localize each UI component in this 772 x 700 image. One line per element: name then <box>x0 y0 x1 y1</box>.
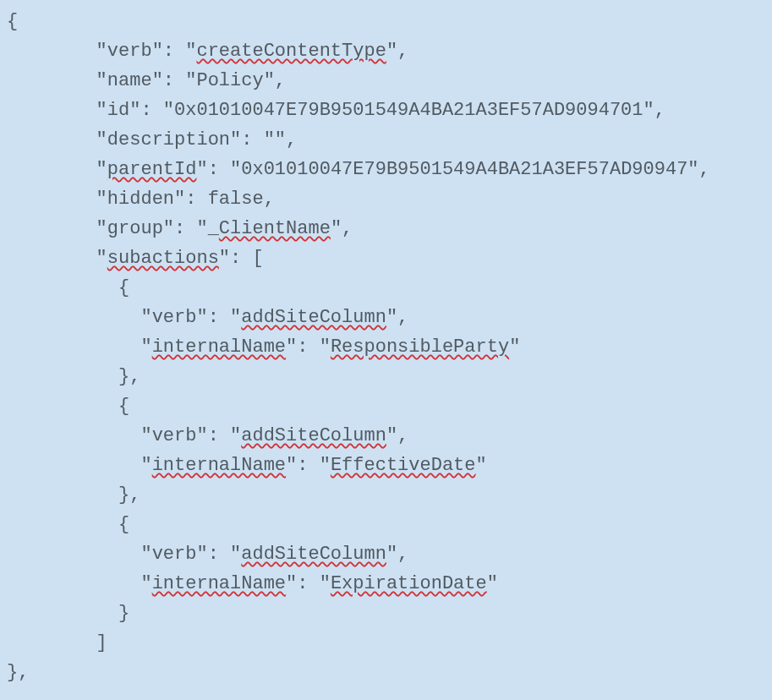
sub2-open: { <box>7 396 129 417</box>
sub3-iname: "internalName": "ExpirationDate" <box>7 573 498 594</box>
sub1-verb: "verb": "addSiteColumn", <box>7 307 408 328</box>
sub3-iname-key: internalName <box>152 573 286 594</box>
subactions-key: subactions <box>107 248 219 269</box>
sub3-open: { <box>7 514 129 535</box>
line-group: "group": "_ClientName", <box>7 218 353 239</box>
sub2-iname-key: internalName <box>152 455 286 476</box>
sub1-close: }, <box>7 366 140 387</box>
sub1-iname: "internalName": "ResponsibleParty" <box>7 336 520 358</box>
line-verb: "verb": "createContentType", <box>7 41 408 62</box>
sub2-verb: "verb": "addSiteColumn", <box>7 425 408 446</box>
line-name: "name": "Policy", <box>7 70 286 91</box>
brace-close: }, <box>7 662 29 683</box>
line-parentid: "parentId": "0x01010047E79B9501549A4BA21… <box>7 159 710 180</box>
sub3-verb-value: addSiteColumn <box>241 544 386 565</box>
line-id: "id": "0x01010047E79B9501549A4BA21A3EF57… <box>7 100 665 121</box>
sub3-close: } <box>7 603 129 624</box>
verb-value: createContentType <box>196 41 386 62</box>
sub1-iname-value: ResponsibleParty <box>331 336 509 358</box>
parentid-key: parentId <box>107 159 197 180</box>
line-subactions: "subactions": [ <box>7 248 264 269</box>
sub2-verb-value: addSiteColumn <box>241 425 386 446</box>
sub1-open: { <box>7 277 129 298</box>
sub2-close: }, <box>7 484 140 506</box>
line-description: "description": "", <box>7 129 297 150</box>
sub2-iname: "internalName": "EffectiveDate" <box>7 455 487 476</box>
sub2-iname-value: EffectiveDate <box>331 455 476 476</box>
group-value: ClientName <box>219 218 331 239</box>
json-code-block: { "verb": "createContentType", "name": "… <box>0 0 772 687</box>
sub3-verb: "verb": "addSiteColumn", <box>7 544 408 565</box>
line-hidden: "hidden": false, <box>7 189 275 210</box>
sub1-iname-key: internalName <box>152 336 286 358</box>
array-close: ] <box>7 632 107 654</box>
sub3-iname-value: ExpirationDate <box>331 573 487 594</box>
sub1-verb-value: addSiteColumn <box>241 307 386 328</box>
brace-open: { <box>7 11 18 32</box>
